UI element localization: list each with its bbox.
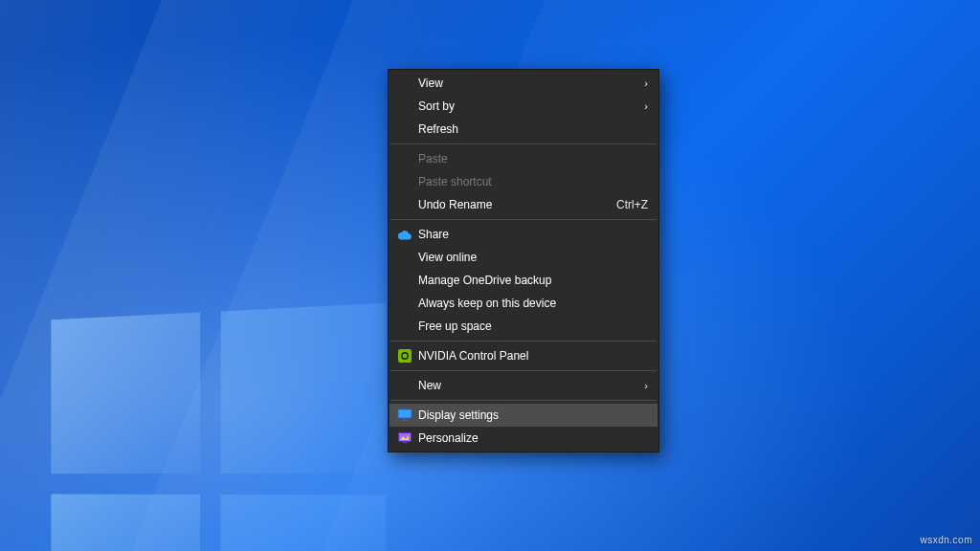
menu-item-new[interactable]: New › <box>390 374 657 397</box>
menu-label: Paste <box>418 152 648 165</box>
watermark-text: wsxdn.com <box>920 535 972 545</box>
menu-label: View online <box>418 251 648 264</box>
menu-separator <box>390 400 657 401</box>
blank-icon <box>395 121 414 137</box>
menu-label: Personalize <box>418 431 648 445</box>
menu-item-personalize[interactable]: Personalize <box>390 427 657 450</box>
menu-item-manage-onedrive-backup[interactable]: Manage OneDrive backup <box>390 269 657 292</box>
menu-item-refresh[interactable]: Refresh <box>390 118 657 141</box>
personalize-icon <box>395 430 414 446</box>
menu-separator <box>390 143 657 144</box>
menu-label: Display settings <box>418 408 648 422</box>
menu-label: Share <box>418 228 648 241</box>
menu-item-display-settings[interactable]: Display settings <box>390 404 657 427</box>
blank-icon <box>395 197 414 212</box>
menu-label: Free up space <box>418 320 648 333</box>
menu-item-undo-rename[interactable]: Undo Rename Ctrl+Z <box>390 193 657 216</box>
menu-label: Refresh <box>418 122 648 136</box>
blank-icon <box>395 174 414 189</box>
menu-label: Sort by <box>418 99 633 113</box>
blank-icon <box>395 319 414 334</box>
blank-icon <box>395 250 414 265</box>
svg-rect-2 <box>398 409 412 418</box>
windows-logo <box>51 303 386 551</box>
blank-icon <box>395 273 414 288</box>
blank-icon <box>395 76 414 91</box>
svg-rect-3 <box>403 419 407 420</box>
blank-icon <box>395 296 414 311</box>
light-ray <box>0 0 434 551</box>
menu-separator <box>390 219 657 220</box>
display-settings-icon <box>395 408 414 423</box>
menu-item-paste-shortcut: Paste shortcut <box>390 170 657 193</box>
menu-label: Manage OneDrive backup <box>418 274 648 287</box>
svg-rect-6 <box>403 442 408 443</box>
menu-separator <box>390 370 657 371</box>
menu-label: NVIDIA Control Panel <box>418 349 648 363</box>
svg-rect-4 <box>401 420 409 421</box>
light-ray <box>0 0 243 551</box>
menu-separator <box>390 341 657 342</box>
menu-item-view[interactable]: View › <box>390 72 657 95</box>
menu-item-nvidia-control-panel[interactable]: NVIDIA Control Panel <box>390 344 657 367</box>
chevron-right-icon: › <box>644 77 648 89</box>
desktop-context-menu: View › Sort by › Refresh Paste Paste sho… <box>388 69 659 452</box>
onedrive-cloud-icon <box>395 227 414 242</box>
menu-item-view-online[interactable]: View online <box>390 246 657 269</box>
menu-accelerator: Ctrl+Z <box>616 198 648 211</box>
svg-rect-0 <box>398 349 412 363</box>
menu-item-sort-by[interactable]: Sort by › <box>390 95 657 118</box>
menu-label: Undo Rename <box>418 198 605 211</box>
svg-rect-5 <box>399 433 412 442</box>
blank-icon <box>395 151 414 166</box>
blank-icon <box>395 378 414 393</box>
menu-label: New <box>418 379 633 392</box>
menu-label: Paste shortcut <box>418 175 648 188</box>
menu-item-paste: Paste <box>390 147 657 170</box>
chevron-right-icon: › <box>644 380 648 391</box>
menu-label: View <box>418 77 633 90</box>
menu-item-free-up-space[interactable]: Free up space <box>390 315 657 338</box>
menu-item-always-keep-on-this-device[interactable]: Always keep on this device <box>390 292 657 315</box>
nvidia-icon <box>395 348 414 364</box>
blank-icon <box>395 99 414 114</box>
chevron-right-icon: › <box>644 100 648 112</box>
menu-item-share[interactable]: Share <box>390 223 657 246</box>
desktop-wallpaper[interactable]: View › Sort by › Refresh Paste Paste sho… <box>0 0 980 551</box>
menu-label: Always keep on this device <box>418 297 648 310</box>
